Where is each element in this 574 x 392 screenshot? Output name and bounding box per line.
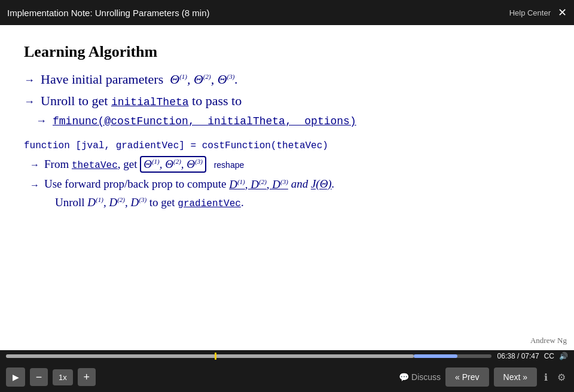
slide-line-2: → Unroll to get initialTheta to pass to [24,93,550,109]
progress-watched [6,354,414,358]
arrow-1: → [24,74,35,87]
bottom-controls: ▶ − 1x + 💬 Discuss « Prev Next » ℹ ⚙ [0,362,574,392]
volume-button[interactable]: 🔊 [559,352,568,360]
arrow-3: → [36,115,47,127]
function-declaration: function [jval, gradientVec] = costFunct… [24,140,550,151]
line3-code: fminunc(@costFunction, initialTheta, opt… [53,115,356,127]
title-right-controls: Help Center ✕ [509,7,567,18]
slide-heading: Learning Algorithm [24,43,550,61]
volume-down-button[interactable]: − [30,368,48,386]
prev-button[interactable]: « Prev [445,368,488,387]
time-display: 06:38 / 07:47 [497,352,539,360]
arrow-2: → [24,96,35,108]
total-time: 07:47 [521,352,539,360]
speed-button[interactable]: 1x [53,369,73,385]
line2-text: Unroll to get initialTheta to pass to [41,93,242,109]
author-tag: Andrew Ng [530,336,567,345]
title-bar: Implementation Note: Unrolling Parameter… [0,0,574,25]
progress-buffered [414,354,457,358]
content-area: Learning Algorithm → Have initial parame… [0,25,574,350]
sub-line-2-text: Use forward prop/back prop to compute D(… [44,177,334,191]
sub-line-1-text: From thetaVec, get Θ(1), Θ(2), Θ(3) resh… [44,156,244,173]
help-center-link[interactable]: Help Center [509,8,551,17]
sub-arrow-2: → [30,180,39,191]
progress-container: 06:38 / 07:47 CC 🔊 [0,350,574,362]
info-button[interactable]: ℹ [542,369,550,385]
progress-marker [215,353,216,360]
unroll-line: Unroll D(1), D(2), D(3) to get gradientV… [55,196,550,209]
reshape-annotation: reshape [214,160,245,170]
play-button[interactable]: ▶ [6,368,25,387]
sub-arrow-1: → [30,160,39,170]
window-title: Implementation Note: Unrolling Parameter… [7,8,209,18]
discuss-button[interactable]: 💬 Discuss [399,372,441,382]
close-button[interactable]: ✕ [558,7,567,18]
slide-line-1: → Have initial parameters Θ(1), Θ(2), Θ(… [24,72,550,87]
slide-line-3: → fminunc(@costFunction, initialTheta, o… [36,115,550,127]
cc-button[interactable]: CC [544,352,554,360]
current-time: 06:38 [497,352,515,360]
line1-text: Have initial parameters Θ(1), Θ(2), Θ(3)… [41,72,238,87]
slide: Learning Algorithm → Have initial parame… [0,25,574,350]
sub-line-1: → From thetaVec, get Θ(1), Θ(2), Θ(3) re… [30,156,550,173]
volume-up-button[interactable]: + [78,368,96,386]
settings-button[interactable]: ⚙ [555,369,568,385]
theta-boxed: Θ(1), Θ(2), Θ(3) [140,156,206,173]
progress-track[interactable] [6,354,491,358]
sub-line-2: → Use forward prop/back prop to compute … [30,177,550,191]
next-button[interactable]: Next » [494,368,537,387]
